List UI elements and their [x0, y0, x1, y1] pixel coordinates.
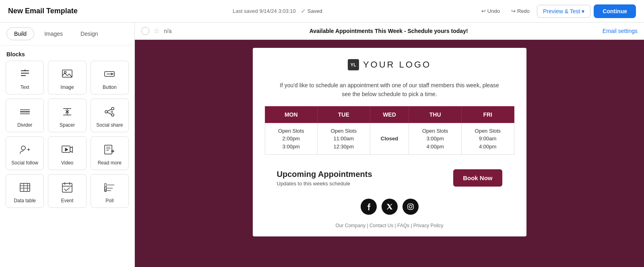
redo-icon: ↪ — [511, 8, 516, 14]
block-event[interactable]: Event — [48, 174, 86, 208]
social-share-block-icon — [102, 105, 117, 119]
saved-label: Saved — [308, 8, 322, 14]
tab-build[interactable]: Build — [6, 27, 34, 40]
upcoming-section: Upcoming Appointments Updates to this we… — [253, 163, 526, 195]
svg-point-47 — [412, 205, 413, 205]
footer-links: Our Company | Contact Us | FAQs | Privac… — [253, 220, 526, 236]
facebook-icon[interactable] — [361, 199, 377, 215]
text-block-icon — [18, 67, 32, 81]
redo-button[interactable]: ↪ Redo — [507, 6, 534, 16]
social-icons-section — [253, 195, 526, 220]
x-twitter-icon[interactable] — [382, 199, 398, 215]
svg-point-20 — [111, 111, 113, 113]
svg-line-19 — [107, 113, 111, 115]
sidebar-tabs: Build Images Design — [0, 23, 134, 45]
app-title: New Email Template — [8, 7, 78, 15]
svg-marker-25 — [65, 148, 68, 151]
preview-test-button[interactable]: Preview & Test ▾ — [537, 5, 590, 18]
event-block-icon — [60, 180, 74, 195]
schedule-tue: Open Slots11:00am12:30pm — [318, 123, 370, 155]
schedule-header-thu: THU — [409, 106, 462, 123]
upcoming-text: Upcoming Appointments Updates to this we… — [277, 170, 372, 187]
email-star-icon[interactable]: ☆ — [153, 27, 160, 35]
email-settings-link[interactable]: Email settings — [603, 28, 638, 34]
block-read-more[interactable]: Read more — [91, 136, 129, 170]
logo-text: YOUR LOGO — [363, 60, 431, 70]
email-select-circle[interactable] — [141, 27, 149, 35]
svg-rect-35 — [62, 183, 72, 192]
block-divider-label: Divider — [17, 122, 32, 128]
book-now-button[interactable]: Book Now — [453, 169, 502, 187]
spacer-block-icon — [60, 105, 74, 119]
social-follow-block-icon — [18, 142, 32, 157]
schedule-thu: Open Slots3:00pm4:00pm — [409, 123, 462, 155]
email-na-label: n/a — [164, 28, 171, 34]
upcoming-subtitle: Updates to this weeks schedule — [277, 181, 372, 187]
block-divider[interactable]: Divider — [6, 99, 44, 132]
block-event-label: Event — [61, 198, 74, 203]
svg-point-15 — [111, 107, 114, 110]
svg-rect-41 — [105, 187, 106, 191]
email-logo-section: YL YOUR LOGO — [253, 48, 526, 77]
email-header-bar: ☆ n/a Available Appointments This Week -… — [135, 23, 644, 40]
tab-design[interactable]: Design — [73, 27, 106, 40]
svg-point-21 — [21, 146, 25, 150]
blocks-grid: Text Image — [0, 61, 134, 214]
image-block-icon — [60, 67, 74, 81]
tab-images[interactable]: Images — [37, 27, 70, 40]
topbar-actions: ↩ Undo ↪ Redo Preview & Test ▾ Continue — [477, 4, 636, 18]
svg-point-17 — [111, 114, 114, 116]
upcoming-title: Upcoming Appointments — [277, 170, 372, 179]
saved-check-icon: ✓ — [301, 7, 306, 15]
block-social-share-label: Social share — [96, 122, 123, 128]
block-image-label: Image — [60, 84, 74, 90]
block-video-label: Video — [61, 160, 73, 166]
svg-rect-39 — [105, 183, 106, 191]
block-button-label: Button — [103, 84, 117, 90]
video-block-icon — [60, 142, 74, 157]
svg-line-18 — [107, 109, 111, 111]
block-poll-label: Poll — [105, 198, 114, 203]
block-poll[interactable]: Poll — [91, 174, 129, 208]
main-layout: Build Images Design Blocks — [0, 23, 644, 267]
saved-badge: ✓ Saved — [301, 7, 322, 15]
topbar-center: Last saved 9/14/24 3:03:10 ✓ Saved — [233, 7, 322, 15]
content-area: ☆ n/a Available Appointments This Week -… — [135, 23, 644, 267]
block-video[interactable]: Video — [48, 136, 86, 170]
button-block-icon — [102, 67, 117, 81]
svg-point-16 — [105, 111, 107, 113]
blocks-title: Blocks — [0, 45, 134, 61]
email-subject: Available Appointments This Week - Sched… — [179, 28, 598, 34]
poll-block-icon — [102, 180, 117, 195]
block-spacer-label: Spacer — [60, 122, 75, 128]
undo-label: Undo — [487, 8, 500, 14]
redo-label: Redo — [517, 8, 530, 14]
undo-icon: ↩ — [481, 8, 486, 14]
sidebar: Build Images Design Blocks — [0, 23, 135, 267]
block-data-table[interactable]: Data table — [6, 174, 44, 208]
undo-button[interactable]: ↩ Undo — [477, 6, 504, 16]
read-more-block-icon — [102, 142, 117, 157]
block-read-more-label: Read more — [98, 160, 122, 166]
schedule-wed: Closed — [370, 123, 409, 155]
preview-label: Preview & Test — [543, 8, 580, 14]
block-social-follow-label: Social follow — [11, 160, 38, 166]
instagram-icon[interactable] — [402, 199, 419, 215]
schedule-header-wed: WED — [370, 106, 409, 123]
block-image[interactable]: Image — [48, 61, 86, 94]
logo-badge: YL — [348, 59, 359, 70]
schedule-fri: Open Slots9:00am4:00pm — [461, 123, 514, 155]
svg-point-46 — [409, 205, 412, 208]
block-button[interactable]: Button — [91, 61, 129, 94]
svg-rect-26 — [105, 145, 112, 154]
topbar: New Email Template Last saved 9/14/24 3:… — [0, 0, 644, 23]
block-social-follow[interactable]: Social follow — [6, 136, 44, 170]
block-social-share[interactable]: Social share — [91, 99, 129, 132]
book-now-label: Book Now — [463, 175, 492, 181]
last-saved-text: Last saved 9/14/24 3:03:10 — [233, 8, 296, 14]
block-spacer[interactable]: Spacer — [48, 99, 86, 132]
block-text[interactable]: Text — [6, 61, 44, 94]
continue-button[interactable]: Continue — [594, 4, 636, 18]
schedule-mon: Open Slots2:00pm3:00pm — [265, 123, 318, 155]
schedule-table: MON TUE WED THU FRI Open Slots2:00pm3:00… — [265, 106, 514, 155]
